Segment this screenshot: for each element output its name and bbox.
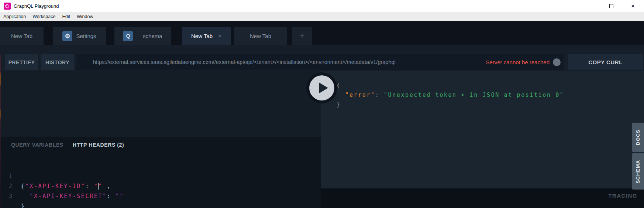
docs-tab-label: DOCS (635, 129, 641, 145)
tab-settings[interactable]: ⚙ Settings (53, 27, 106, 45)
tab-close-icon[interactable]: ✕ (218, 33, 222, 39)
header-value: "" (116, 193, 124, 200)
tracing-bar[interactable]: TRACING (321, 188, 644, 208)
graphql-logo-icon (4, 3, 11, 10)
execute-query-button[interactable] (306, 72, 338, 104)
headers-editor-line-1[interactable]: 1 {"X-API-KEY-ID": "" , (0, 161, 321, 171)
query-editor[interactable]: 1 (0, 71, 321, 137)
tab-label: New Tab (11, 33, 32, 39)
close-icon: ✕ (631, 3, 635, 9)
menu-application[interactable]: Application (0, 12, 29, 21)
settings-gear-icon: ⚙ (62, 31, 72, 41)
code-brace: } (21, 203, 25, 208)
response-error-value: "Unexpected token < in JSON at position … (384, 92, 564, 98)
query-badge-icon: Q (123, 31, 133, 41)
bottom-panel: QUERY VARIABLES HTTP HEADERS (2) 1 {"X-A… (0, 137, 321, 208)
response-viewer: { "error": "Unexpected token < in JSON a… (321, 71, 644, 188)
line-number: 3 (9, 191, 13, 201)
headers-editor-line-2[interactable]: 2 "X-API-KEY-SECRET": "" (0, 171, 321, 181)
graphql-playground-window: GraphQL Playground ✕ Application Workspa… (0, 0, 644, 208)
left-edge-artifact (0, 55, 1, 208)
code-colon: : (107, 193, 116, 200)
http-headers-tab[interactable]: HTTP HEADERS (2) (73, 142, 124, 148)
new-tab-button[interactable]: + (292, 27, 312, 45)
tab-label: Settings (76, 33, 96, 39)
menu-edit[interactable]: Edit (59, 12, 73, 21)
menu-bar: Application Workspace Edit Window (0, 12, 644, 21)
server-status-label: Server cannot be reached (486, 59, 550, 65)
response-separator: : (375, 92, 384, 98)
tracing-label: TRACING (608, 192, 637, 199)
endpoint-toolbar: PRETTIFY HISTORY https://external.servic… (0, 45, 644, 71)
tab-label: __schema (137, 33, 162, 39)
endpoint-url-value[interactable]: https://external.services.saas.agiledata… (93, 59, 453, 65)
close-button[interactable]: ✕ (627, 0, 639, 12)
response-error-key: "error" (345, 92, 375, 98)
title-bar: GraphQL Playground ✕ (0, 0, 644, 12)
schema-side-tab[interactable]: SCHEMA (632, 153, 644, 190)
header-key-secret: "X-API-KEY-SECRET" (30, 193, 107, 200)
tab-strip: New Tab ⚙ Settings Q __schema New Tab ✕ … (0, 21, 644, 45)
maximize-button[interactable] (605, 0, 617, 12)
tab-label: New Tab (191, 33, 213, 39)
server-status-dot (553, 58, 561, 66)
tab-schema[interactable]: Q __schema (114, 27, 171, 45)
minimize-button[interactable] (583, 0, 596, 12)
window-title: GraphQL Playground (14, 0, 59, 12)
menu-window[interactable]: Window (73, 12, 96, 21)
minimize-icon (588, 6, 592, 6)
tab-new-tab-active[interactable]: New Tab ✕ (182, 27, 231, 45)
docs-side-tab[interactable]: DOCS (632, 123, 644, 152)
plus-icon: + (299, 31, 304, 41)
history-button[interactable]: HISTORY (41, 54, 74, 70)
prettify-button[interactable]: PRETTIFY (5, 54, 38, 70)
copy-curl-button[interactable]: COPY CURL (568, 54, 643, 70)
headers-editor-line-3[interactable]: 3 } (0, 181, 321, 191)
tab-new-tab-2[interactable]: New Tab (234, 27, 287, 45)
maximize-icon (609, 4, 613, 8)
menu-workspace[interactable]: Workspace (29, 12, 59, 21)
endpoint-url-input[interactable]: https://external.services.saas.agiledata… (76, 54, 564, 70)
tab-new-tab-1[interactable]: New Tab (0, 27, 44, 45)
schema-tab-label: SCHEMA (635, 160, 641, 183)
query-variables-tab[interactable]: QUERY VARIABLES (11, 142, 63, 148)
tab-label: New Tab (250, 33, 271, 39)
